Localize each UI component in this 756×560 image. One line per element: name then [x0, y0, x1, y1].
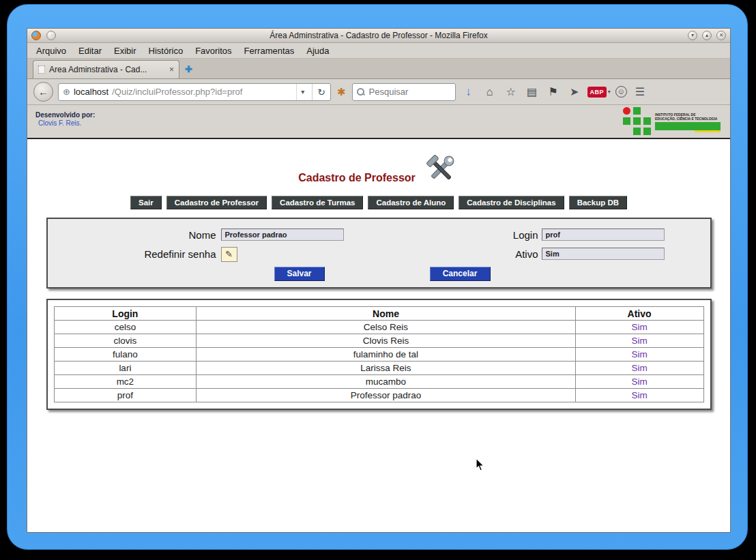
- tab-close-icon[interactable]: ×: [169, 65, 174, 74]
- cell-login: prof: [54, 389, 197, 402]
- window-title: Área Adminstrativa - Cadastro de Profess…: [27, 31, 730, 40]
- page-content: Cadastro de Professor Sair Cadastro de P…: [27, 139, 730, 532]
- nav-cadastro-aluno-button[interactable]: Cadastro de Aluno: [368, 196, 454, 209]
- url-path: /Quiz/incluiProfessor.php?id=prof: [112, 87, 293, 97]
- menu-bar: Arquivo Editar Exibir Histórico Favorito…: [27, 43, 730, 59]
- cell-login: celso: [54, 321, 197, 334]
- pocket-icon[interactable]: ⚑: [545, 85, 562, 98]
- menu-favoritos[interactable]: Favoritos: [189, 44, 237, 57]
- page-title: Cadastro de Professor: [298, 172, 416, 187]
- hamburger-menu-icon[interactable]: ☰: [632, 85, 648, 98]
- desktop-frame: Área Adminstrativa - Cadastro de Profess…: [7, 4, 748, 550]
- table-row: celso Celso Reis Sim: [54, 321, 703, 334]
- search-input[interactable]: [368, 86, 451, 98]
- cell-ativo-link[interactable]: Sim: [575, 375, 703, 389]
- developer-link[interactable]: Clovis F. Reis.: [38, 119, 81, 127]
- redefinir-senha-label: Redefinir senha: [89, 248, 216, 260]
- mouse-cursor: [476, 458, 485, 472]
- nav-backup-db-button[interactable]: Backup DB: [569, 196, 627, 209]
- login-label: Login: [484, 229, 538, 241]
- downloads-icon[interactable]: ↓: [461, 85, 477, 99]
- menu-historico[interactable]: Histórico: [143, 44, 190, 57]
- nome-label: Nome: [130, 229, 216, 241]
- cell-nome: Celso Reis: [197, 321, 575, 334]
- institute-logo: INSTITUTO FEDERAL DE EDUCAÇÃO, CIÊNCIA E…: [623, 107, 721, 136]
- cell-ativo-link[interactable]: Sim: [575, 389, 703, 402]
- browser-window: Área Adminstrativa - Cadastro de Profess…: [27, 28, 731, 533]
- cell-ativo-link[interactable]: Sim: [575, 348, 703, 362]
- cell-login: fulano: [54, 348, 197, 362]
- professor-form: Nome Login Redefinir senha ✎ Ativo Salva…: [46, 218, 712, 289]
- url-dropdown-icon[interactable]: ▾: [296, 84, 308, 100]
- adblock-badge[interactable]: ABP: [587, 87, 607, 98]
- minimize-button[interactable]: ▾: [688, 31, 697, 40]
- feedback-smiley-icon[interactable]: ☺: [615, 86, 627, 98]
- header-login: Login: [54, 307, 197, 321]
- search-icon[interactable]: [357, 88, 364, 95]
- table-row: prof Professor padrao Sim: [54, 389, 703, 402]
- table-header-row: Login Nome Ativo: [54, 307, 703, 321]
- cancelar-button[interactable]: Cancelar: [430, 267, 491, 281]
- header-nome: Nome: [197, 307, 575, 321]
- bookmark-star-icon[interactable]: ✱: [336, 86, 347, 98]
- cell-login: mc2: [54, 375, 197, 389]
- cell-nome: Clovis Reis: [197, 334, 575, 348]
- adblock-caret-icon[interactable]: ▾: [608, 89, 611, 95]
- cell-ativo-link[interactable]: Sim: [575, 334, 703, 348]
- professor-table-panel: Login Nome Ativo celso Celso Reis Sim cl…: [46, 299, 712, 410]
- menu-ferramentas[interactable]: Ferramentas: [238, 44, 301, 57]
- search-bar[interactable]: [352, 83, 456, 101]
- table-row: mc2 mucambo Sim: [54, 375, 703, 389]
- tab-bar: Area Adminstrativa - Cad... × ✚: [27, 59, 730, 79]
- url-bar[interactable]: ⊕ localhost /Quiz/incluiProfessor.php?id…: [58, 83, 331, 101]
- cell-nome: Professor padrao: [197, 389, 575, 402]
- ativo-label: Ativo: [484, 248, 538, 260]
- developed-by-label: Desenvolvido por:: [35, 111, 95, 119]
- professor-table: Login Nome Ativo celso Celso Reis Sim cl…: [54, 306, 704, 402]
- tab-label: Area Adminstrativa - Cad...: [49, 65, 165, 74]
- logo-green-bar: [655, 122, 721, 130]
- back-button[interactable]: ←: [33, 82, 53, 102]
- header-ativo: Ativo: [575, 307, 703, 321]
- url-host: localhost: [74, 87, 108, 97]
- institute-logo-icon: [623, 107, 652, 136]
- login-input[interactable]: [542, 229, 665, 241]
- cell-ativo-link[interactable]: Sim: [575, 321, 703, 334]
- menu-ajuda[interactable]: Ajuda: [300, 44, 335, 57]
- window-menu-button[interactable]: ·: [46, 31, 56, 40]
- reload-icon[interactable]: ↻: [312, 84, 330, 100]
- adblock-button[interactable]: ABP ▾: [587, 87, 611, 98]
- navigation-toolbar: ← ⊕ localhost /Quiz/incluiProfessor.php?…: [27, 79, 730, 105]
- tab-active[interactable]: Area Adminstrativa - Cad... ×: [33, 60, 179, 78]
- nav-cadastro-disciplinas-button[interactable]: Cadastro de Disciplinas: [459, 196, 564, 209]
- cell-login: clovis: [54, 334, 197, 348]
- bookmarks-star-icon[interactable]: ☆: [503, 85, 519, 98]
- page-header: Desenvolvido por: Clovis F. Reis. INSTIT…: [27, 105, 730, 139]
- ativo-input[interactable]: [542, 248, 665, 260]
- library-icon[interactable]: ▤: [524, 85, 540, 98]
- maximize-button[interactable]: ▴: [702, 31, 712, 40]
- send-tab-icon[interactable]: ➤: [566, 85, 583, 98]
- new-tab-button[interactable]: ✚: [185, 64, 192, 78]
- cell-ativo-link[interactable]: Sim: [575, 362, 703, 375]
- window-titlebar[interactable]: Área Adminstrativa - Cadastro de Profess…: [27, 29, 730, 43]
- tools-icon: [422, 153, 459, 185]
- cell-nome: Larissa Reis: [197, 362, 575, 375]
- firefox-icon: [31, 31, 41, 40]
- nome-input[interactable]: [221, 229, 344, 241]
- table-row: lari Larissa Reis Sim: [54, 362, 703, 375]
- nav-cadastro-professor-button[interactable]: Cadastro de Professor: [166, 196, 267, 209]
- menu-arquivo[interactable]: Arquivo: [30, 44, 72, 57]
- home-icon[interactable]: ⌂: [482, 86, 498, 98]
- cell-login: lari: [54, 362, 197, 375]
- site-identity-icon[interactable]: ⊕: [63, 87, 70, 97]
- menu-exibir[interactable]: Exibir: [108, 44, 143, 57]
- cell-nome: mucambo: [197, 375, 575, 389]
- table-row: fulano fulaminho de tal Sim: [54, 348, 703, 362]
- nav-cadastro-turmas-button[interactable]: Cadastro de Turmas: [272, 196, 363, 209]
- salvar-button[interactable]: Salvar: [274, 267, 325, 281]
- close-button[interactable]: ✕: [716, 31, 726, 40]
- menu-editar[interactable]: Editar: [72, 44, 108, 57]
- redefinir-senha-icon[interactable]: ✎: [221, 247, 237, 262]
- nav-sair-button[interactable]: Sair: [130, 196, 162, 209]
